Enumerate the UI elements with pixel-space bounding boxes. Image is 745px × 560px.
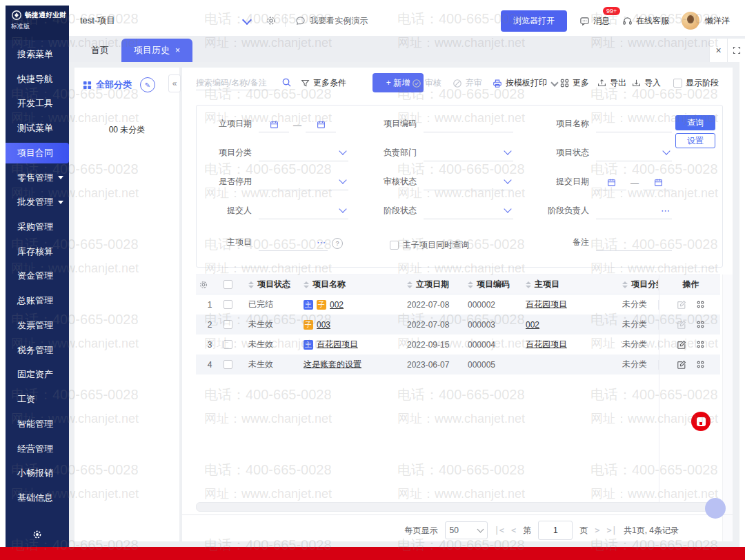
parent-project-link[interactable]: 百花园项目 <box>526 299 567 310</box>
sidebar-item-15[interactable]: 智能管理 <box>6 414 69 434</box>
floating-widget-icon[interactable] <box>691 412 711 431</box>
floating-assistant-button[interactable] <box>705 498 726 519</box>
sidebar-item-16[interactable]: 经营管理 <box>6 439 69 459</box>
sidebar-item-1[interactable]: 快捷导航 <box>6 69 69 90</box>
submitter-select[interactable] <box>259 203 348 219</box>
print-by-template-button[interactable]: 按模板打印 <box>493 77 557 89</box>
more-actions-button[interactable]: 更多 <box>560 77 589 89</box>
sidebar-item-10[interactable]: 总账管理 <box>6 290 69 311</box>
search-icon[interactable] <box>281 77 292 88</box>
account-chevron-down-icon[interactable] <box>242 14 252 24</box>
ellipsis-icon[interactable]: ⋯ <box>315 237 328 249</box>
sidebar-item-12[interactable]: 税务管理 <box>6 340 69 361</box>
per-page-select[interactable]: 50 <box>445 521 488 539</box>
project-status-select[interactable] <box>596 146 672 161</box>
sort-icon[interactable] <box>407 281 413 288</box>
sidebar-item-0[interactable]: 搜索菜单 <box>6 44 69 65</box>
messages-button[interactable]: 消息 99+ <box>579 15 610 27</box>
row-checkbox[interactable] <box>223 340 232 349</box>
header-checkbox-cell[interactable] <box>221 280 246 289</box>
vertical-scrollbar-track[interactable] <box>722 274 733 541</box>
sort-icon[interactable] <box>622 281 628 288</box>
sort-icon[interactable] <box>526 281 531 288</box>
more-filters-button[interactable]: 更多条件 <box>301 77 346 89</box>
abandon-audit-button[interactable]: 弃审 <box>453 77 482 89</box>
related-docs-icon[interactable] <box>696 360 705 369</box>
sidebar-item-9[interactable]: 资金管理 <box>6 266 69 286</box>
parent-project-link[interactable]: 002 <box>526 320 539 330</box>
prev-page-icon[interactable]: < <box>511 526 516 535</box>
sort-icon[interactable] <box>468 281 473 288</box>
export-button[interactable]: 导出 <box>597 77 626 89</box>
sidebar-item-7[interactable]: 采购管理 <box>6 217 69 237</box>
help-icon[interactable]: ? <box>332 238 343 249</box>
next-page-icon[interactable]: > <box>595 526 599 535</box>
sidebar-item-17[interactable]: 小畅报销 <box>6 463 69 483</box>
row-checkbox[interactable] <box>223 360 232 369</box>
close-all-tabs-icon[interactable]: × <box>709 39 727 62</box>
project-name-link[interactable]: 003 <box>317 320 330 330</box>
submit-date-range-picker[interactable]: — <box>596 174 673 190</box>
fullscreen-icon[interactable] <box>727 39 745 62</box>
column-settings-gear-icon[interactable] <box>196 280 221 290</box>
tab-home[interactable]: 首页 <box>79 39 121 62</box>
sidebar-item-14[interactable]: 工资 <box>6 389 69 410</box>
import-button[interactable]: 导入 <box>632 77 661 89</box>
parent-project-link[interactable]: 百花园项目 <box>526 339 567 350</box>
project-category-select[interactable] <box>259 146 348 161</box>
project-name-link[interactable]: 百花园项目 <box>317 339 358 350</box>
collapse-panel-button[interactable]: « <box>168 74 181 92</box>
sidebar-item-18[interactable]: 基础信息 <box>6 488 69 508</box>
first-page-icon[interactable]: |< <box>495 526 504 535</box>
audit-status-select[interactable] <box>424 174 513 190</box>
project-name-link[interactable]: 002 <box>330 300 344 310</box>
disabled-select[interactable] <box>259 174 348 190</box>
tab-close-icon[interactable]: × <box>175 46 180 55</box>
related-docs-icon[interactable] <box>696 320 705 329</box>
sidebar-item-8[interactable]: 库存核算 <box>6 241 69 262</box>
horizontal-scrollbar[interactable] <box>196 502 711 512</box>
sidebar-item-2[interactable]: 开发工具 <box>6 93 69 114</box>
tab-project-history[interactable]: 项目历史 × <box>121 39 192 62</box>
edit-category-icon[interactable]: ✎ <box>140 77 155 92</box>
category-item-unclassified[interactable]: 00 未分类 <box>74 124 179 136</box>
parent-project-input[interactable]: ⋯ <box>259 235 328 251</box>
sidebar-settings-gear-icon[interactable] <box>6 529 69 540</box>
avatar[interactable] <box>682 12 699 30</box>
remark-input[interactable] <box>596 235 672 251</box>
edit-icon[interactable] <box>677 360 686 370</box>
project-code-input[interactable] <box>424 117 513 132</box>
stage-owner-picker[interactable]: ⋯ <box>596 203 672 219</box>
project-name-input[interactable] <box>596 117 672 132</box>
last-page-icon[interactable]: >| <box>607 526 617 535</box>
row-checkbox[interactable] <box>223 300 232 309</box>
online-support-button[interactable]: 在线客服 <box>622 15 669 27</box>
edit-icon[interactable] <box>677 320 686 330</box>
sort-icon[interactable] <box>304 281 309 288</box>
stage-status-select[interactable] <box>424 203 513 219</box>
gear-icon[interactable] <box>266 15 277 26</box>
select-all-checkbox[interactable] <box>223 280 232 289</box>
sidebar-item-4[interactable]: 项目合同 <box>6 143 69 163</box>
related-docs-icon[interactable] <box>696 300 705 309</box>
audit-button[interactable]: 审核 <box>412 77 441 89</box>
row-checkbox[interactable] <box>223 320 232 329</box>
joint-query-checkbox[interactable]: 主子项目同时查询 <box>390 239 469 251</box>
related-docs-icon[interactable] <box>696 340 705 349</box>
sort-icon[interactable] <box>248 281 254 288</box>
start-date-range-picker[interactable]: — <box>259 117 336 132</box>
edit-icon[interactable] <box>677 340 686 350</box>
sidebar-item-13[interactable]: 固定资产 <box>6 364 69 385</box>
sidebar-item-11[interactable]: 发票管理 <box>6 315 69 336</box>
ellipsis-icon[interactable]: ⋯ <box>659 206 672 217</box>
show-stage-checkbox[interactable]: 显示阶段 <box>673 77 719 89</box>
project-name-link[interactable]: 这是账套的设置 <box>304 359 361 370</box>
category-title[interactable]: 全部分类 <box>96 79 132 91</box>
search-input[interactable] <box>196 76 277 90</box>
edit-icon[interactable] <box>677 300 686 310</box>
open-in-browser-button[interactable]: 浏览器打开 <box>501 10 567 32</box>
demo-link[interactable]: 我要看实例演示 <box>295 15 368 27</box>
account-name[interactable]: test-项目 <box>80 14 115 27</box>
dept-select[interactable] <box>424 146 513 161</box>
sidebar-item-6[interactable]: 批发管理 <box>6 192 69 212</box>
